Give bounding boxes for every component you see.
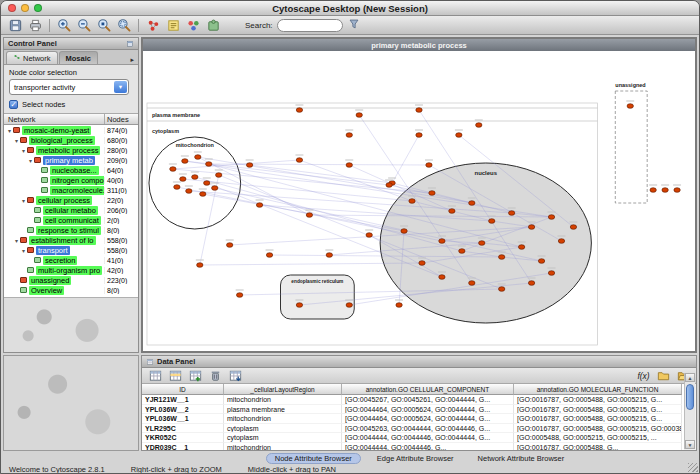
expander-icon[interactable]: ▾: [20, 197, 27, 204]
network-node[interactable]: [528, 281, 534, 286]
network-node[interactable]: [200, 192, 206, 197]
network-edge[interactable]: [392, 135, 419, 183]
network-node[interactable]: [296, 158, 302, 163]
table-cell[interactable]: mitochondrion: [224, 414, 342, 424]
tree-row[interactable]: ▾biological_process680(0): [4, 135, 138, 145]
select-nodes-checkbox[interactable]: ✓: [9, 100, 18, 109]
network-node[interactable]: [266, 253, 272, 258]
network-node[interactable]: [256, 203, 262, 208]
table-scrollbar[interactable]: ▲ ▼: [684, 373, 695, 449]
tree-row[interactable]: cellular metabo206(0): [4, 205, 138, 215]
table-cell[interactable]: cytoplasm: [224, 424, 342, 434]
network-node[interactable]: [499, 255, 505, 260]
table-cell[interactable]: plasma membrane: [224, 405, 342, 415]
network-canvas[interactable]: plasma membranecytoplasmmitochondrionnuc…: [143, 51, 695, 351]
resize-grip[interactable]: [688, 463, 698, 472]
overview-icon[interactable]: [144, 17, 162, 34]
table-row[interactable]: YLR295Ccytoplasm[GO:0045263, GO:0044444,…: [142, 424, 684, 434]
tree-row[interactable]: ▾establishment of lo558(0): [4, 235, 138, 245]
table-cell[interactable]: YKR052C: [142, 433, 224, 443]
table-cell[interactable]: [GO:0044464, GO:0005624, GO:0044444, G..…: [342, 414, 514, 424]
table-cell[interactable]: [GO:0016787, GO:0005488, GO:0005215, G..…: [514, 405, 682, 415]
tree-row[interactable]: macromolecule.311(0): [4, 185, 138, 195]
network-overview-thumbnail[interactable]: [4, 297, 138, 352]
formula-icon[interactable]: f(x): [634, 367, 652, 384]
attr-delete-icon[interactable]: [206, 367, 224, 384]
network-node[interactable]: [459, 249, 465, 254]
table-cell[interactable]: [GO:0016787, GO:0005488, GO:0005215, G..…: [514, 414, 682, 424]
attr-new-icon[interactable]: [186, 367, 204, 384]
table-cell[interactable]: cytoplasm: [224, 433, 342, 443]
save-icon[interactable]: [6, 17, 24, 34]
network-node[interactable]: [499, 287, 505, 292]
color-attribute-select[interactable]: transporter activity ▼: [9, 79, 129, 95]
tree-row[interactable]: multi-organism pro42(0): [4, 265, 138, 275]
scroll-down-icon[interactable]: ▼: [685, 440, 695, 449]
attr-show-icon[interactable]: [166, 367, 184, 384]
table-row[interactable]: YJR121W__1mitochondrion[GO:0045267, GO:0…: [142, 395, 684, 405]
network-node[interactable]: [469, 201, 475, 206]
column-header[interactable]: _cellularLayoutRegion: [224, 384, 342, 395]
expander-icon[interactable]: ▾: [13, 237, 20, 244]
network-node[interactable]: [170, 167, 176, 172]
network-node[interactable]: [479, 241, 485, 246]
network-node[interactable]: [296, 303, 302, 308]
network-node[interactable]: [426, 163, 432, 168]
network-node[interactable]: [489, 219, 495, 224]
table-cell[interactable]: [GO:0044444, GO:0044446, GO:0044444, G..…: [342, 433, 514, 443]
tab-mosaic[interactable]: Mosaic: [59, 51, 98, 64]
expander-icon[interactable]: ▾: [6, 127, 13, 134]
network-node[interactable]: [174, 185, 180, 190]
network-node[interactable]: [558, 239, 564, 244]
table-cell[interactable]: [GO:0005488, GO:0005215, GO:0005215, ...: [514, 433, 682, 443]
table-cell[interactable]: YPL036W__1: [142, 414, 224, 424]
network-node[interactable]: [528, 225, 534, 230]
zoom-fit-icon[interactable]: [115, 17, 133, 34]
network-node[interactable]: [508, 211, 514, 216]
tab-overflow-button[interactable]: ▸: [128, 56, 136, 64]
network-node[interactable]: [306, 213, 312, 218]
column-header[interactable]: ID: [142, 384, 224, 395]
vizmapper-icon[interactable]: [184, 17, 202, 34]
table-cell[interactable]: [GO:0045267, GO:0045261, GO:0044444, G..…: [342, 395, 514, 405]
zoom-selected-icon[interactable]: [95, 17, 113, 34]
tree-row[interactable]: nucleobase...64(0): [4, 165, 138, 175]
network-node[interactable]: [674, 188, 680, 193]
network-node[interactable]: [570, 225, 576, 230]
column-header[interactable]: annotation.GO MOLECULAR_FUNCTION: [514, 384, 682, 395]
tab-edge-attribute-browser[interactable]: Edge Attribute Browser: [369, 453, 462, 464]
tab-node-attribute-browser[interactable]: Node Attribute Browser: [266, 453, 361, 464]
network-node[interactable]: [182, 159, 188, 164]
network-node[interactable]: [662, 188, 668, 193]
search-input[interactable]: [277, 19, 343, 32]
network-graph[interactable]: plasma membranecytoplasmmitochondrionnuc…: [143, 51, 695, 351]
expander-icon[interactable]: ▾: [20, 247, 27, 254]
tree-row[interactable]: response to stimul8(0): [4, 225, 138, 235]
scroll-up-icon[interactable]: ▲: [685, 373, 695, 382]
tree-row[interactable]: ▾metabolic process280(0): [4, 145, 138, 155]
network-node[interactable]: [246, 163, 252, 168]
table-cell[interactable]: [GO:0044464, GO:0005624, GO:0044444, G..…: [342, 405, 514, 415]
attr-select-icon[interactable]: [146, 367, 164, 384]
network-node[interactable]: [396, 303, 402, 308]
network-node[interactable]: [326, 253, 332, 258]
birds-eye-view[interactable]: [3, 355, 139, 451]
network-node[interactable]: [212, 186, 218, 191]
network-node[interactable]: [346, 303, 352, 308]
tree-row[interactable]: cell communicat2(0): [4, 215, 138, 225]
network-node[interactable]: [296, 108, 302, 113]
tree-row[interactable]: ▾primary metab209(0): [4, 155, 138, 165]
table-cell[interactable]: [GO:0016787, GO:0005488, GO:0005215, G..…: [514, 395, 682, 405]
table-cell[interactable]: [GO:0016787, GO:0005488, GO:0005215, GO:…: [514, 424, 682, 434]
network-node[interactable]: [416, 133, 422, 138]
network-node[interactable]: [518, 245, 524, 250]
network-node[interactable]: [226, 243, 232, 248]
plugins-icon[interactable]: [204, 17, 222, 34]
network-edge[interactable]: [203, 194, 404, 231]
tree-row[interactable]: ▾mosaic-demo-yeast874(0): [4, 125, 138, 135]
expander-icon[interactable]: ▾: [13, 137, 20, 144]
network-node[interactable]: [216, 173, 222, 178]
table-cell[interactable]: YDR039C__1: [142, 443, 224, 451]
network-node[interactable]: [449, 209, 455, 214]
table-cell[interactable]: mitochondrion: [224, 443, 342, 451]
